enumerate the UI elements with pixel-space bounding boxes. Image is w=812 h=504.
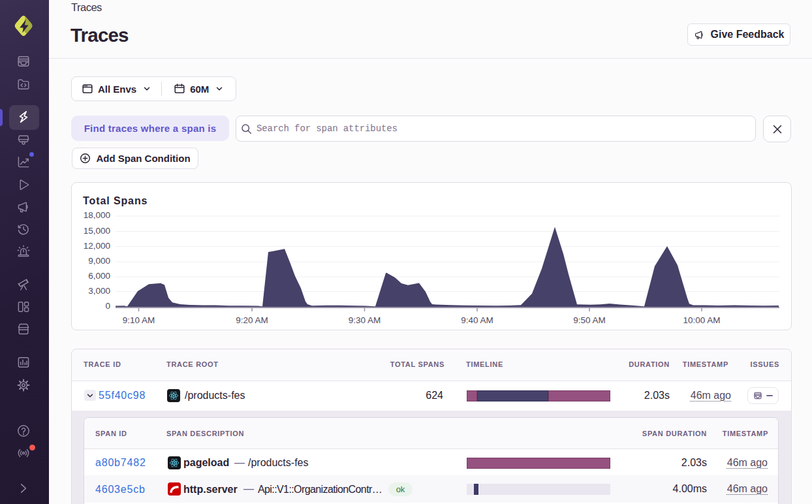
svg-text:9:20 AM: 9:20 AM — [236, 315, 268, 325]
svg-text:10:00 AM: 10:00 AM — [683, 315, 720, 325]
svg-text:9:30 AM: 9:30 AM — [349, 315, 381, 325]
svg-text:15,000: 15,000 — [84, 226, 110, 236]
svg-text:9:10 AM: 9:10 AM — [123, 315, 155, 325]
svg-text:12,000: 12,000 — [84, 241, 110, 251]
svg-text:18,000: 18,000 — [84, 210, 110, 220]
svg-text:9:40 AM: 9:40 AM — [461, 315, 493, 325]
svg-text:9:50 AM: 9:50 AM — [573, 315, 606, 325]
svg-text:0: 0 — [105, 301, 110, 311]
svg-text:9,000: 9,000 — [88, 256, 110, 266]
svg-text:3,000: 3,000 — [88, 286, 110, 296]
svg-text:6,000: 6,000 — [88, 271, 110, 281]
